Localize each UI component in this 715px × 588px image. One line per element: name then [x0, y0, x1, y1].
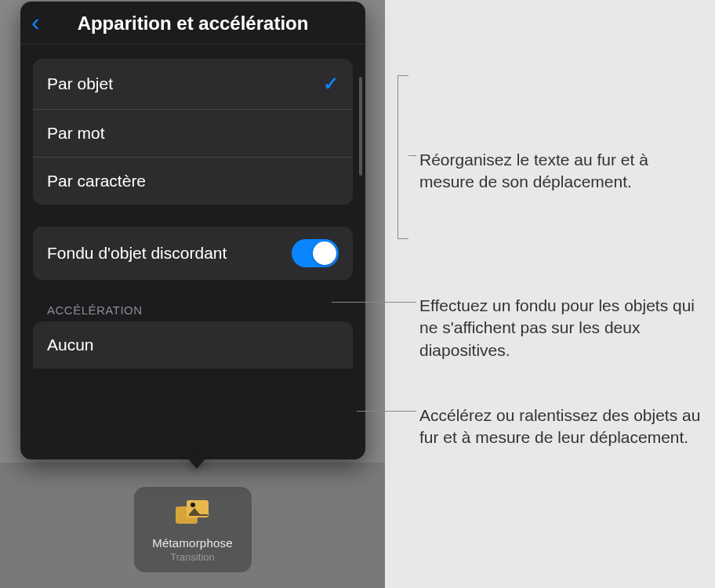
acceleration-none-row[interactable]: Aucun: [33, 321, 353, 368]
callout-bracket: [397, 238, 408, 239]
callout-bracket: [397, 75, 398, 238]
acceleration-section-header: ACCÉLÉRATION: [47, 303, 353, 317]
popover-tail: [186, 456, 208, 469]
scrollbar[interactable]: [359, 77, 362, 176]
fade-unmatched-row: Fondu d'objet discordant: [33, 227, 353, 280]
svg-point-2: [191, 503, 195, 507]
popover-header: ‹ Apparition et accélération: [20, 2, 365, 45]
option-by-object[interactable]: Par objet ✓: [33, 59, 353, 110]
option-label: Par objet: [47, 74, 113, 93]
callout-line: [408, 155, 416, 156]
option-label: Par caractère: [47, 172, 146, 191]
popover-body: Par objet ✓ Par mot Par caractère Fondu …: [20, 59, 365, 368]
callout-acceleration: Accélérez ou ralentissez des objets au f…: [419, 405, 702, 449]
acceleration-value: Aucun: [47, 336, 94, 354]
fade-toggle-switch[interactable]: [292, 239, 339, 267]
magic-move-icon: [173, 499, 212, 530]
back-chevron-icon[interactable]: ‹: [31, 8, 40, 37]
popover-title: Apparition et accélération: [33, 13, 353, 34]
delivery-options-group: Par objet ✓ Par mot Par caractère: [33, 59, 353, 205]
fade-toggle-label: Fondu d'objet discordant: [47, 242, 227, 263]
callout-line: [357, 411, 416, 412]
callout-text-reorg: Réorganisez le texte au fur et à mesure …: [419, 149, 686, 194]
fade-toggle-group: Fondu d'objet discordant: [33, 227, 353, 280]
check-icon: ✓: [323, 73, 339, 95]
acceleration-group: Aucun: [33, 321, 353, 368]
switch-knob: [313, 241, 336, 265]
transition-subtitle: Transition: [142, 551, 244, 563]
callout-bracket: [397, 75, 408, 76]
option-label: Par mot: [47, 124, 105, 143]
transition-options-popover: ‹ Apparition et accélération Par objet ✓…: [20, 2, 365, 459]
transition-badge[interactable]: Métamorphose Transition: [134, 487, 252, 572]
option-by-character[interactable]: Par caractère: [33, 158, 353, 205]
option-by-word[interactable]: Par mot: [33, 110, 353, 158]
callout-line: [332, 302, 416, 303]
transition-name: Métamorphose: [142, 536, 244, 550]
callout-fade: Effectuez un fondu pour les objets qui n…: [419, 295, 702, 361]
phone-background: Métamorphose Transition ‹ Apparition et …: [0, 0, 385, 588]
